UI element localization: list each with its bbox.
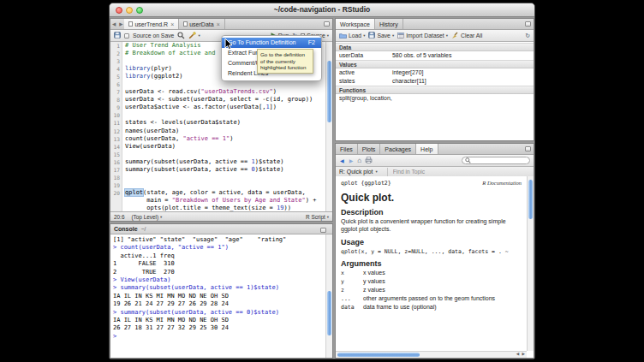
code-text [122,57,125,65]
scrollbar-thumb[interactable] [327,61,331,122]
close-icon[interactable]: × [170,21,174,27]
code-line[interactable]: 12names(userData) [110,128,325,135]
tab-help[interactable]: Help [416,144,438,154]
save-icon[interactable] [114,32,121,39]
argument-row: zz values [341,287,522,294]
forward-icon[interactable]: ▶ [349,157,355,163]
workspace-row[interactable]: userData580 obs. of 5 variables [336,51,534,60]
menu-tooltip: Go to the definition of the currently hi… [257,49,313,74]
load-workspace-button[interactable]: Load ▾ [339,33,365,39]
scrollbar-thumb[interactable] [528,180,533,219]
home-icon[interactable]: ⌂ [357,157,361,164]
workspace-row[interactable]: statescharacter[11] [336,77,534,86]
save-workspace-button[interactable]: Save ▾ [368,32,394,39]
help-horizontal-scrollbar[interactable]: ◀ ▶ [336,351,527,358]
maximize-pane-icon[interactable] [525,21,531,27]
console-line: 19 26 21 24 27 29 27 26 29 28 24 [113,300,325,308]
code-text [122,181,125,189]
mouse-cursor-icon [224,39,235,50]
code-text: userData <- subset(userData, select = -c… [122,96,313,104]
close-icon[interactable]: × [217,21,220,27]
console-vertical-scrollbar[interactable] [325,234,332,358]
import-dataset-button[interactable]: Import Dataset ▾ [397,33,448,39]
code-tools-button[interactable]: ▾ [188,32,200,40]
code-line[interactable]: 6 [110,80,325,88]
nav-forward-icon[interactable]: ▶ [117,21,124,27]
scope-selector[interactable]: (Top Level) ▾ [131,214,162,220]
code-line[interactable]: 11states <- levels(userData$state) [110,119,325,127]
save-label: Save [377,33,391,39]
argument-name: y [341,278,363,286]
object-name: userData [339,51,392,60]
search-icon[interactable] [177,32,185,40]
code-line[interactable]: 7userData <- read.csv("userDataTrends.cs… [110,88,325,96]
code-line[interactable]: 16summary(subset(userData, active == 1)$… [110,158,325,166]
console-lines[interactable]: [1] "active" "state" "usage" "age" "rati… [110,234,325,358]
code-line[interactable]: 20qplot(state, age, color = active, data… [110,189,325,197]
line-number: 7 [110,88,122,96]
code-line[interactable]: 14View(userData) [110,143,325,151]
nav-back-icon[interactable]: ◀ [110,21,117,27]
code-line[interactable]: 18 [110,174,325,181]
scrollbar-arrows[interactable]: ◀ ▶ [516,352,526,356]
code-line[interactable]: 9userData$active <- as.factor(userData[,… [110,104,325,111]
line-number: 15 [110,151,122,158]
help-search-box[interactable] [462,157,530,164]
workspace-row[interactable]: split(group, location, ...) [336,94,534,103]
editor-tab-userdata[interactable]: userData× [179,19,225,29]
tab-workspace[interactable]: Workspace [336,19,375,29]
import-dataset-label: Import Dataset [406,33,444,39]
close-button[interactable] [116,7,122,14]
object-value: integer[270] [392,68,423,77]
maximize-pane-icon[interactable] [320,228,326,233]
menu-item[interactable]: Go To Function DefinitionF2 [222,38,321,48]
object-value: character[11] [392,77,426,86]
zoom-button[interactable] [136,7,143,14]
code-line[interactable]: 19 [110,181,325,189]
source-tabbar: ◀ ▶ userTrend.R×userData× [110,19,332,30]
minimize-button[interactable] [126,7,133,14]
code-text: library(ggplot2) [122,73,182,80]
rstudio-window: ~/code-navigation - RStudio ◀ ▶ userTren… [109,3,535,359]
workspace-toolbar: Load ▾ Save ▾ Import Datas [336,30,534,42]
object-value: 580 obs. of 5 variables [392,51,451,60]
tab-packages[interactable]: Packages [380,144,416,154]
titlebar[interactable]: ~/code-navigation - RStudio [110,3,534,17]
line-number: 4 [110,65,122,73]
back-icon[interactable]: ◀ [339,157,345,163]
help-search-input[interactable] [473,157,527,163]
tab-history[interactable]: History [375,19,403,29]
help-arguments: xx valuesyy valueszz values...other argu… [341,270,522,312]
clear-all-button[interactable]: Clear All [451,32,482,40]
tab-files[interactable]: Files [336,144,358,154]
tab-plots[interactable]: Plots [358,144,381,154]
scrollbar-thumb[interactable] [327,291,331,335]
code-line[interactable]: 13count(userData, "active == 1") [110,135,325,143]
source-on-save-checkbox[interactable] [124,33,129,39]
line-number: 18 [110,174,122,181]
find-in-topic-input[interactable] [387,168,447,176]
chevron-down-icon: ▾ [198,33,200,38]
maximize-pane-icon[interactable] [525,146,531,151]
workspace-row[interactable]: activeinteger[270] [336,68,534,77]
editor-vertical-scrollbar[interactable] [325,42,332,211]
console-header: Console ~/ [110,224,332,234]
print-icon[interactable] [365,157,373,164]
refresh-icon[interactable]: ↻ [525,33,530,39]
help-vertical-scrollbar[interactable] [527,176,534,351]
code-line[interactable]: 8userData <- subset(userData, select = -… [110,96,325,104]
code-line[interactable]: opts(plot.title = theme_text(size = 19)) [110,205,325,211]
code-line[interactable]: 17summary(subset(userData, active == 0)$… [110,166,325,174]
doc-type-selector[interactable]: R Script ▾ [306,214,329,220]
code-line[interactable]: 15 [110,151,325,158]
line-number: 20 [110,189,122,197]
maximize-pane-icon[interactable] [324,21,330,27]
code-line[interactable]: 10 [110,111,325,119]
editor-tab-usertrend.r[interactable]: userTrend.R× [124,19,179,29]
code-line[interactable]: main = "Breakdown of Users by Age and St… [110,197,325,205]
line-number: 11 [110,119,122,127]
scrollbar-thumb[interactable] [337,353,420,357]
source-on-save-label: Source on Save [133,33,174,39]
desktop: ~/code-navigation - RStudio ◀ ▶ userTren… [0,0,644,362]
argument-row: xx values [341,270,522,277]
